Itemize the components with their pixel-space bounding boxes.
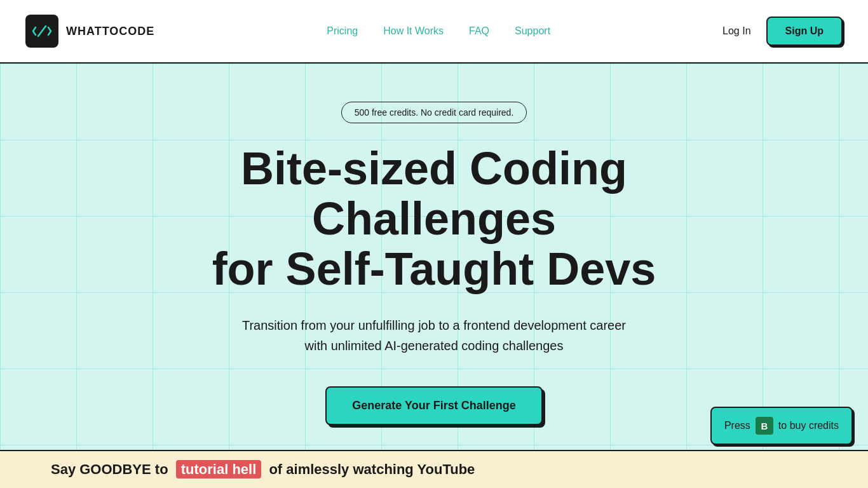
bottom-peek: Say GOODBYE to tutorial hell of aimlessl…: [0, 450, 868, 488]
nav-pricing[interactable]: Pricing: [327, 25, 358, 37]
buy-credits-key: B: [756, 417, 773, 435]
hero-title-line1: Bite-sized Coding Challenges: [241, 143, 627, 244]
login-link[interactable]: Log In: [722, 25, 750, 37]
nav-how-it-works[interactable]: How It Works: [383, 25, 444, 37]
bottom-peek-suffix: of aimlessly watching YouTube: [269, 461, 475, 477]
logo-icon: [32, 21, 52, 41]
svg-line-0: [38, 26, 46, 36]
nav-faq[interactable]: FAQ: [469, 25, 489, 37]
logo-box: [25, 15, 58, 48]
generate-challenge-button[interactable]: Generate Your First Challenge: [325, 386, 542, 425]
buy-credits-prefix: Press: [724, 420, 750, 431]
bottom-peek-text: Say GOODBYE to tutorial hell of aimlessl…: [51, 461, 475, 478]
hero-title-line2: for Self-Taught Devs: [212, 243, 656, 294]
navbar: WHATTOCODE Pricing How It Works FAQ Supp…: [0, 0, 868, 64]
hero-title: Bite-sized Coding Challenges for Self-Ta…: [180, 144, 688, 295]
brand-area: WHATTOCODE: [25, 15, 154, 48]
nav-actions: Log In Sign Up: [722, 17, 843, 46]
nav-support[interactable]: Support: [515, 25, 550, 37]
buy-credits-toast[interactable]: Press B to buy credits: [710, 407, 853, 445]
buy-credits-suffix: to buy credits: [778, 420, 839, 431]
brand-name: WHATTOCODE: [66, 25, 154, 38]
hero-subtitle: Transition from your unfulfilling job to…: [237, 315, 631, 356]
free-credits-badge: 500 free credits. No credit card require…: [341, 102, 527, 123]
bottom-peek-prefix: Say GOODBYE to: [51, 461, 168, 477]
signup-button[interactable]: Sign Up: [766, 17, 843, 46]
nav-links: Pricing How It Works FAQ Support: [327, 25, 550, 37]
bottom-peek-highlight: tutorial hell: [176, 460, 262, 478]
